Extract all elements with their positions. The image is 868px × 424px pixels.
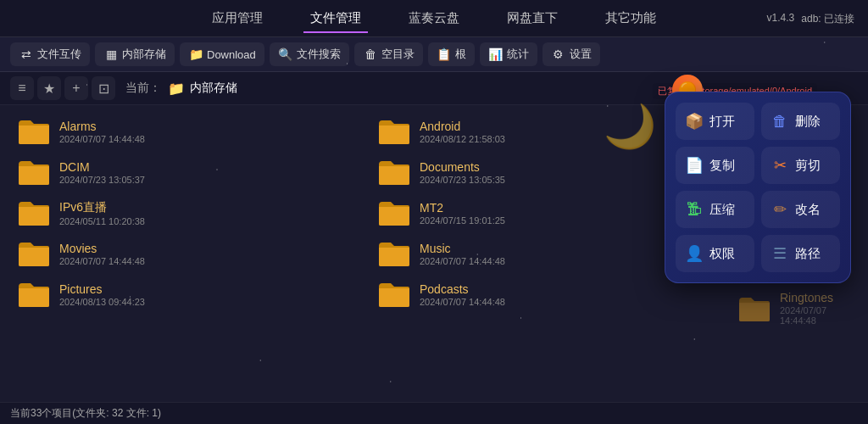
version-label: v1.4.3 xyxy=(767,11,795,25)
tab-cloud-direct[interactable]: 网盘直下 xyxy=(500,7,565,30)
delete-icon: 🗑 xyxy=(770,111,790,131)
file-name: Documents xyxy=(420,160,505,174)
list-item[interactable]: DCIM 2024/07/23 13:05:37 xyxy=(10,154,370,190)
file-info: Documents 2024/07/23 13:05:35 xyxy=(420,160,505,185)
file-date: 2024/08/13 09:44:23 xyxy=(59,297,145,307)
file-date: 2024/07/07 14:44:48 xyxy=(59,134,145,144)
compress-icon: 🗜 xyxy=(684,199,704,220)
folder-icon xyxy=(17,117,51,146)
nav-info: v1.4.3 adb: 已连接 xyxy=(767,11,854,25)
status-bar: 当前33个项目(文件夹: 32 文件: 1) xyxy=(0,402,868,424)
context-menu: 📦 打开 🗑 删除 📄 复制 ✂ 剪切 🗜 压缩 ✏ 改名 👤 权限 ☰ 路径 xyxy=(665,92,851,283)
toolbar: ⇄ 文件互传 ▦ 内部存储 📁 Download 🔍 文件搜索 🗑 空目录 📋 … xyxy=(0,37,868,72)
stats-label: 统计 xyxy=(507,47,529,62)
connection-status: adb: 已连接 xyxy=(801,11,854,25)
rename-label: 改名 xyxy=(795,202,821,218)
file-date: 2024/07/07 14:44:48 xyxy=(420,256,505,266)
stats-button[interactable]: 📊 统计 xyxy=(480,42,537,66)
file-date: 2024/07/23 13:05:35 xyxy=(420,175,505,185)
file-transfer-button[interactable]: ⇄ 文件互传 xyxy=(10,42,90,66)
folder-icon xyxy=(737,294,771,323)
delete-label: 删除 xyxy=(795,114,821,130)
list-view-button[interactable]: ≡ xyxy=(10,76,34,100)
context-rename-button[interactable]: ✏ 改名 xyxy=(761,191,840,228)
path-label: 路径 xyxy=(795,246,821,262)
folder-icon xyxy=(377,117,411,146)
file-info: Alarms 2024/07/07 14:44:48 xyxy=(59,120,145,144)
stats-icon: 📊 xyxy=(488,47,504,62)
list-item[interactable]: Ringtones 2024/07/07 14:44:48 xyxy=(731,287,858,329)
tab-other[interactable]: 其它功能 xyxy=(598,7,663,30)
download-button[interactable]: 📁 Download xyxy=(180,42,264,66)
context-delete-button[interactable]: 🗑 删除 xyxy=(761,103,840,140)
root-icon: 📋 xyxy=(437,47,452,62)
empty-dir-label: 空目录 xyxy=(381,47,415,62)
gear-icon: ⚙ xyxy=(551,47,566,62)
root-label: 根 xyxy=(455,47,466,62)
folder-icon xyxy=(17,158,51,187)
permission-icon: 👤 xyxy=(684,243,704,264)
empty-dir-button[interactable]: 🗑 空目录 xyxy=(354,42,423,66)
breadcrumb-actions: ≡ ★ + ⊡ xyxy=(10,76,115,100)
cut-label: 剪切 xyxy=(795,158,821,174)
file-transfer-icon: ⇄ xyxy=(19,47,34,62)
file-date: 2024/07/23 13:05:37 xyxy=(59,175,145,185)
internal-storage-label: 内部存储 xyxy=(122,47,166,62)
file-info: Music 2024/07/07 14:44:48 xyxy=(420,242,505,266)
file-search-button[interactable]: 🔍 文件搜索 xyxy=(270,42,349,66)
settings-button[interactable]: ⚙ 设置 xyxy=(542,42,600,66)
file-name: DCIM xyxy=(59,160,145,174)
file-date: 2024/07/07 14:44:48 xyxy=(59,256,145,266)
nav-tabs: 应用管理 文件管理 蓝奏云盘 网盘直下 其它功能 xyxy=(205,7,663,30)
file-info: IPv6直播 2024/05/11 10:20:38 xyxy=(59,200,145,226)
file-date: 2024/05/11 10:20:38 xyxy=(59,216,145,226)
current-path: 内部存储 xyxy=(190,81,237,96)
cut-icon: ✂ xyxy=(770,155,790,176)
list-item[interactable]: Pictures 2024/08/13 09:44:23 xyxy=(10,276,370,312)
context-permission-button[interactable]: 👤 权限 xyxy=(676,235,754,272)
list-item[interactable]: IPv6直播 2024/05/11 10:20:38 xyxy=(10,195,370,231)
list-item[interactable]: Movies 2024/07/07 14:44:48 xyxy=(10,236,370,271)
copy-path-button[interactable]: ⊡ xyxy=(92,76,115,100)
context-compress-button[interactable]: 🗜 压缩 xyxy=(676,191,754,228)
context-copy-button[interactable]: 📄 复制 xyxy=(676,147,754,184)
file-name: Alarms xyxy=(59,120,145,133)
context-open-button[interactable]: 📦 打开 xyxy=(676,103,754,140)
file-date: 2024/08/12 21:58:03 xyxy=(420,134,505,144)
tab-file-mgmt[interactable]: 文件管理 xyxy=(303,7,368,30)
file-transfer-label: 文件互传 xyxy=(37,47,81,62)
folder-icon xyxy=(377,239,411,268)
root-button[interactable]: 📋 根 xyxy=(428,42,475,66)
file-search-label: 文件搜索 xyxy=(297,47,341,62)
status-text: 当前33个项目(文件夹: 32 文件: 1) xyxy=(10,407,161,419)
context-cut-button[interactable]: ✂ 剪切 xyxy=(761,147,840,184)
folder-icon xyxy=(17,280,51,309)
folder-icon xyxy=(17,239,51,268)
add-button[interactable]: + xyxy=(64,76,88,100)
tab-app-mgmt[interactable]: 应用管理 xyxy=(205,7,270,30)
file-name: Movies xyxy=(59,242,145,255)
internal-storage-button[interactable]: ▦ 内部存储 xyxy=(95,42,175,66)
file-name: Music xyxy=(420,242,505,255)
file-info: Movies 2024/07/07 14:44:48 xyxy=(59,242,145,266)
current-label: 当前： xyxy=(125,81,161,96)
download-label: Download xyxy=(207,48,256,61)
file-name: Podcasts xyxy=(420,282,505,296)
copy-label: 复制 xyxy=(709,158,735,174)
compress-label: 压缩 xyxy=(709,202,735,218)
download-folder-icon: 📁 xyxy=(188,47,203,62)
moon-icon: 🌙 xyxy=(604,102,656,151)
file-info: DCIM 2024/07/23 13:05:37 xyxy=(59,160,145,185)
file-date: 2024/07/07 14:44:48 xyxy=(780,305,851,326)
tab-cloud-blue[interactable]: 蓝奏云盘 xyxy=(402,7,466,30)
context-path-button[interactable]: ☰ 路径 xyxy=(761,235,840,272)
file-column-1: Alarms 2024/07/07 14:44:48 DCIM 2024/07/… xyxy=(10,114,370,393)
path-icon: ☰ xyxy=(770,243,790,264)
open-icon: 📦 xyxy=(684,111,704,131)
file-info: MT2 2024/07/15 19:01:25 xyxy=(420,201,505,226)
file-info: Pictures 2024/08/13 09:44:23 xyxy=(59,282,145,307)
file-info: Android 2024/08/12 21:58:03 xyxy=(420,120,505,144)
bookmark-button[interactable]: ★ xyxy=(37,76,61,100)
file-date: 2024/07/15 19:01:25 xyxy=(420,215,505,226)
list-item[interactable]: Alarms 2024/07/07 14:44:48 xyxy=(10,114,370,149)
